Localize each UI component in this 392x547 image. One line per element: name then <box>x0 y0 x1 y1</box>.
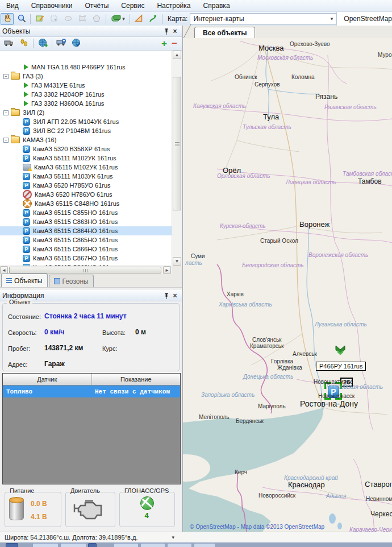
tree-item[interactable]: PЗИЛ ВС 22 Р104ВМ 161rus <box>0 126 172 135</box>
tree-item[interactable]: −ЗИЛ (2) <box>0 108 172 117</box>
tree-item[interactable]: КамАЗ 65115 М102УК 161rus <box>0 163 172 172</box>
show-vehicle-button[interactable] <box>55 38 68 49</box>
map-label: Керч <box>235 469 247 475</box>
tree-vertical-scrollbar[interactable]: ▲ ▼ <box>172 51 182 266</box>
tab-geozones[interactable]: Геозоны <box>49 275 94 287</box>
map-label: Луганська область <box>315 321 367 328</box>
map-label: Запорізька область <box>201 392 255 398</box>
menu-item-0[interactable]: Вид <box>0 1 25 11</box>
chevron-down-icon[interactable]: ▾ <box>172 534 174 540</box>
scrollbar-thumb[interactable] <box>9 267 161 274</box>
pin-icon[interactable] <box>161 292 170 300</box>
tree-item[interactable]: MAN TGA 18.480 Р466РУ 161rus <box>0 63 172 72</box>
zoom-tool-button[interactable] <box>15 13 28 25</box>
altitude-label: Высота: <box>102 329 126 336</box>
tree-item[interactable]: ГАЗ 3302 Н360ОА 161rus <box>0 99 172 108</box>
tree-item[interactable]: −ГАЗ (3) <box>0 72 172 81</box>
map-label: Слов'янськ <box>252 337 281 343</box>
footprints-button[interactable] <box>17 38 31 49</box>
polygon-geozone-button[interactable] <box>90 13 103 25</box>
remove-object-button[interactable]: − <box>169 38 180 49</box>
tree-item[interactable]: PКамАЗ 55111 М102УК 161rus <box>0 154 172 163</box>
tree-item-label: КамАЗ 65115 С864НО 161rus <box>33 227 118 234</box>
edit-map-button[interactable] <box>33 13 46 25</box>
left-panel: Объекты × + − MAN TGA 18.480 Р466РУ 161r… <box>0 26 183 532</box>
map-label: Маріуполь <box>258 403 286 409</box>
map-label: Московская область <box>257 55 313 61</box>
ellipse-geozone-button[interactable] <box>62 13 75 25</box>
menu-item-4[interactable]: Настройка <box>151 1 197 11</box>
address-label: Адрес: <box>8 361 28 368</box>
scroll-down-icon[interactable]: ▼ <box>173 257 181 266</box>
tree-item[interactable]: ГАЗ М431УЕ 61rus <box>0 81 172 90</box>
expander-icon[interactable]: − <box>3 74 9 79</box>
expander-icon[interactable]: − <box>3 138 9 143</box>
column-header[interactable]: Показание <box>92 374 181 385</box>
tab-objects[interactable]: Объекты <box>1 274 48 287</box>
tree-item[interactable]: КамАЗ 65115 С848НО 161rus <box>0 199 172 208</box>
map-label: Горлівка <box>271 358 293 364</box>
tab-all-objects[interactable]: Все объекты <box>194 27 255 39</box>
tree-item[interactable]: −КАМАЗ (16) <box>0 135 172 144</box>
battery-icon <box>9 499 24 520</box>
tree-item[interactable]: КамАЗ 6520 Н786УО 61rus <box>0 190 172 199</box>
menu-item-5[interactable]: Справка <box>197 1 236 11</box>
tree-item[interactable]: PКамАЗ 65115 С855НО 161rus <box>0 208 172 217</box>
menu-item-3[interactable]: Сервис <box>115 1 151 11</box>
sensors-table-header: ДатчикПоказание <box>3 374 180 386</box>
ruler-button[interactable] <box>132 13 145 25</box>
mileage-value: 143871,2 км <box>44 344 83 352</box>
column-header[interactable]: Датчик <box>3 374 92 385</box>
map-canvas[interactable]: Р466РУ 161rus 26 P © OpenStreetMap - Map… <box>183 38 392 532</box>
toolbar-separator <box>33 39 34 48</box>
close-icon[interactable]: × <box>170 292 180 300</box>
add-object-button[interactable]: + <box>159 38 169 49</box>
scroll-left-icon[interactable]: ◄ <box>0 266 8 274</box>
tracks-button[interactable] <box>147 13 160 25</box>
map-label: Курская область <box>220 223 266 229</box>
tree-item[interactable]: PКамАЗ 65115 С865НО 161rus <box>0 235 172 245</box>
table-row[interactable]: ТопливоНет связи с датчиком <box>3 386 180 397</box>
vehicle-models-button[interactable] <box>2 38 16 49</box>
expander-icon[interactable]: − <box>3 110 9 115</box>
map-label: Алчевськ <box>293 351 317 357</box>
scroll-right-icon[interactable]: ► <box>163 266 171 274</box>
rectangle-geozone-button[interactable] <box>76 13 89 25</box>
tree-item[interactable]: PКамАЗ 55111 М103УК 61rus <box>0 172 172 181</box>
tree-item[interactable]: PЗИЛ АГП 22.05 М104УК 61rus <box>0 117 172 126</box>
tree-item[interactable]: PКамАЗ 6520 Н785УО 61rus <box>0 181 172 190</box>
coordinates-text: Широта: 54.21386°с.ш. Долгота: 39.41895°… <box>5 534 137 541</box>
map-provider-field[interactable]: OpenStreetMap <box>336 12 392 26</box>
tree-item[interactable]: PКамАЗ 65115 С864НО 161rus <box>0 226 172 235</box>
edit-map-icon <box>35 14 44 24</box>
moving-arrow-icon <box>24 64 28 70</box>
map-label: Москва <box>258 44 283 52</box>
layers-button[interactable]: ▾ <box>109 13 127 25</box>
show-all-on-map-button[interactable] <box>69 38 83 49</box>
tree-item[interactable]: PКамАЗ 5320 В358ХР 61rus <box>0 144 172 154</box>
tree-item[interactable]: PКамАЗ 65115 С867НО 161rus <box>0 254 172 263</box>
scrollbar-thumb[interactable] <box>173 77 181 210</box>
tree-item-label: ЗИЛ (2) <box>23 109 44 116</box>
tree-item[interactable]: ГАЗ 3302 Н204ОР 161rus <box>0 90 172 99</box>
select-geozone-button[interactable] <box>47 13 60 25</box>
menu-item-1[interactable]: Справочники <box>25 1 79 11</box>
truck-search-icon <box>56 39 66 49</box>
scroll-up-icon[interactable]: ▲ <box>173 51 181 59</box>
map-label: Карачаево-Черкесия <box>349 527 392 532</box>
menu-item-2[interactable]: Отчёты <box>78 1 115 11</box>
tree-item-label: MAN TGA 18.480 Р466РУ 161rus <box>31 64 126 71</box>
map-source-combobox[interactable]: Интернет-карты ▾ <box>190 13 336 24</box>
tree-item-label: КамАЗ 6520 Н785УО 61rus <box>33 182 111 189</box>
close-icon[interactable]: × <box>170 27 180 35</box>
toolbar-separator <box>106 14 106 24</box>
sensors-table: ДатчикПоказание ТопливоНет связи с датчи… <box>2 373 181 484</box>
scrollbar-corner <box>172 266 182 274</box>
pan-tool-button[interactable] <box>1 13 14 25</box>
tree-item[interactable]: PКамАЗ 65115 С863НО 161rus <box>0 217 172 226</box>
tree-item[interactable]: PКамАЗ 65115 С866НО 161rus <box>0 245 172 254</box>
pin-icon[interactable] <box>161 27 170 35</box>
footprints-icon <box>20 39 28 48</box>
add-to-map-button[interactable] <box>36 38 49 49</box>
moving-arrow-icon <box>24 101 28 106</box>
